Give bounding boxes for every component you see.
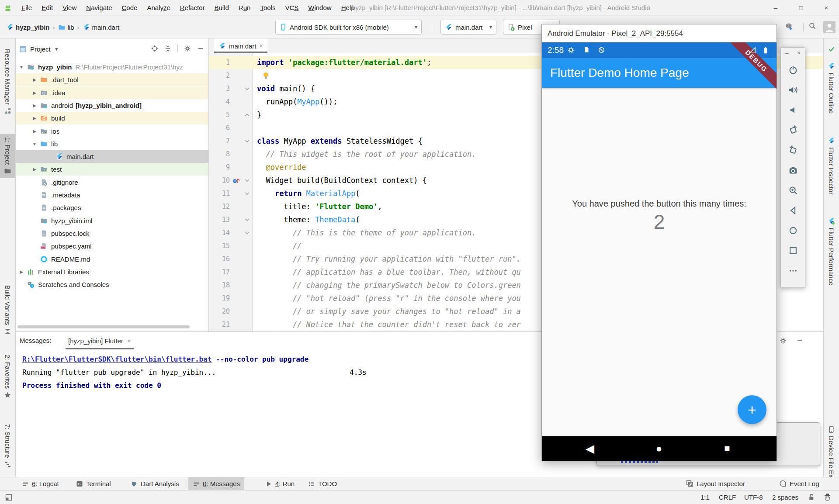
tree-item-lib[interactable]: ▼lib [16, 138, 209, 150]
tool-button-4-run[interactable]: 4: Run [261, 477, 299, 490]
menu-build[interactable]: Build [209, 4, 233, 11]
breadcrumb-lib[interactable]: lib [58, 24, 74, 31]
close-button[interactable]: × [797, 49, 801, 56]
fab-increment-button[interactable]: + [738, 395, 766, 424]
tool-tab-flutter-inspector[interactable]: Flutter Inspector [824, 134, 839, 198]
tree-item-pubspec-yaml[interactable]: YMLpubspec.yaml [16, 240, 209, 252]
fold-marker[interactable] [245, 135, 251, 152]
emulator-rotate-left-button[interactable] [781, 125, 805, 135]
emulator-overview-button[interactable] [781, 246, 805, 255]
emulator-back-button[interactable] [781, 206, 805, 215]
tree-item-metadata[interactable]: .metadata [16, 189, 209, 201]
emulator-power-button[interactable] [781, 65, 805, 75]
run-configuration-selector[interactable]: main.dart ▾ [440, 20, 496, 35]
tool-button-terminal[interactable]: Terminal [72, 477, 115, 490]
tree-item-hyzp-yibin-iml[interactable]: hyzp_yibin.iml [16, 214, 209, 227]
status-1-1[interactable]: 1:1 [700, 490, 710, 504]
fold-marker[interactable] [245, 82, 251, 100]
inspections-profile-icon[interactable] [823, 493, 832, 501]
avatar[interactable] [823, 21, 836, 33]
tool-window-toggle-icon[interactable] [5, 494, 12, 501]
tree-item-pubspec-lock[interactable]: pubspec.lock [16, 227, 209, 240]
horizontal-scrollbar[interactable] [17, 325, 190, 328]
device-selector[interactable]: Android SDK built for x86 (mobile) ▾ [275, 20, 422, 35]
fold-marker[interactable] [245, 226, 251, 244]
close-button[interactable]: × [814, 0, 839, 16]
nav-back-button[interactable]: ◀ [581, 436, 599, 461]
tool-button-event-log[interactable]: Event Log [775, 477, 824, 490]
menu-tools[interactable]: Tools [255, 4, 280, 11]
status-utf-8[interactable]: UTF-8 [744, 490, 763, 504]
tool-tab-flutter-outline[interactable]: Flutter Outline [824, 59, 839, 117]
menu-window[interactable]: Window [303, 4, 336, 11]
tree-item-idea[interactable]: ▶.idea [16, 86, 209, 99]
tool-tab-resource-manager[interactable]: Resource Manager [0, 45, 15, 118]
tree-item-main-dart[interactable]: main.dart [16, 150, 209, 163]
menu-view[interactable]: View [58, 4, 81, 11]
messages-tab[interactable]: [hyzp_yibin] Flutter × [66, 332, 134, 349]
menu-navigate[interactable]: Navigate [81, 4, 117, 11]
close-icon[interactable]: × [260, 42, 263, 49]
tab-main-dart[interactable]: main.dart × [214, 38, 267, 53]
emulator-screen[interactable]: 2:58 Flutter Demo Home Page DEBUG You ha… [542, 42, 777, 461]
tree-item-readme-md[interactable]: README.md [16, 253, 209, 266]
minimize-button[interactable]: – [763, 0, 788, 16]
tree-item-packages[interactable]: .packages [16, 201, 209, 214]
tool-tab-flutter-performance[interactable]: Flutter Performance [824, 214, 839, 289]
emulator-home-button[interactable] [781, 226, 805, 235]
tree-item-ios[interactable]: ▶ios [16, 125, 209, 138]
project-panel-title[interactable]: Project [30, 45, 51, 53]
menu-analyze[interactable]: Analyze [142, 4, 175, 11]
locate-icon[interactable] [151, 45, 158, 52]
emulator-title-bar[interactable]: Android Emulator - Pixel_2_API_29:5554 [542, 24, 777, 42]
emulator-zoom-button[interactable] [781, 186, 805, 195]
console-link[interactable]: R:\Flutter\FlutterSDK\flutter\bin\flutte… [22, 355, 211, 363]
tool-tab-7-structure[interactable]: 7: Structure [0, 421, 15, 472]
unlock-icon[interactable] [808, 494, 815, 501]
tree-item-hyzp-yibin[interactable]: ▼hyzp_yibinR:\FlutterProject\FlutterProj… [16, 61, 209, 73]
emulator-volume-up-button[interactable] [781, 85, 805, 95]
settings-icon[interactable] [184, 45, 191, 52]
messages-settings-icon[interactable] [780, 337, 787, 344]
nav-overview-button[interactable]: ■ [718, 436, 736, 461]
status-2-spaces[interactable]: 2 spaces [772, 490, 798, 504]
hide-icon[interactable] [197, 45, 204, 52]
breadcrumb-main-dart[interactable]: main.dart [83, 24, 120, 31]
tree-item-scratches-and-consoles[interactable]: Scratches and Consoles [16, 278, 209, 291]
tree-item-dart-tool[interactable]: ▶.dart_tool [16, 73, 209, 86]
status-crlf[interactable]: CRLF [719, 490, 736, 504]
intention-bulb-icon[interactable] [262, 72, 270, 79]
tree-item-test[interactable]: ▶test [16, 163, 209, 176]
menu-refactor[interactable]: Refactor [175, 4, 210, 11]
tool-tab-2-favorites[interactable]: 2: Favorites [0, 351, 15, 402]
menu-vcs[interactable]: VCS [280, 4, 303, 11]
emulator-volume-down-button[interactable] [781, 105, 805, 115]
collapse-icon[interactable] [164, 45, 171, 52]
tool-tab-build-variants[interactable]: Build Variants [0, 282, 15, 338]
nav-home-button[interactable]: ● [650, 436, 668, 461]
tool-button-todo[interactable]: TODO [304, 477, 341, 490]
maximize-button[interactable]: □ [788, 0, 814, 16]
close-icon[interactable]: × [127, 337, 131, 345]
chevron-down-icon[interactable]: ▼ [54, 46, 59, 52]
tool-button-6-logcat[interactable]: 6: Logcat [17, 477, 63, 490]
fold-end-marker[interactable] [245, 108, 251, 126]
emulator-rotate-right-button[interactable] [781, 145, 805, 155]
tree-item-external-libraries[interactable]: ▶External Libraries [16, 266, 209, 278]
tree-item-android[interactable]: ▶android [hyzp_yibin_android] [16, 99, 209, 112]
tool-button-dart-analysis[interactable]: Dart Analysis [126, 477, 184, 490]
emulator-camera-button[interactable] [781, 166, 805, 175]
tool-button-layout-inspector[interactable]: Layout Inspector [682, 477, 749, 490]
menu-run[interactable]: Run [234, 4, 256, 11]
override-marker-icon[interactable]: O [232, 176, 240, 184]
menu-edit[interactable]: Edit [37, 4, 58, 11]
tree-item-gitignore[interactable]: .gitignore [16, 176, 209, 189]
messages-hide-icon[interactable] [796, 337, 803, 344]
emulator-more-button[interactable] [781, 266, 805, 276]
tool-button-0-messages[interactable]: 0: Messages [188, 477, 244, 490]
tree-item-build[interactable]: ▶build [16, 112, 209, 124]
fold-marker[interactable] [245, 187, 251, 204]
search-icon[interactable] [808, 22, 816, 30]
menu-code[interactable]: Code [117, 4, 142, 11]
attach-debugger-icon[interactable] [784, 22, 793, 31]
